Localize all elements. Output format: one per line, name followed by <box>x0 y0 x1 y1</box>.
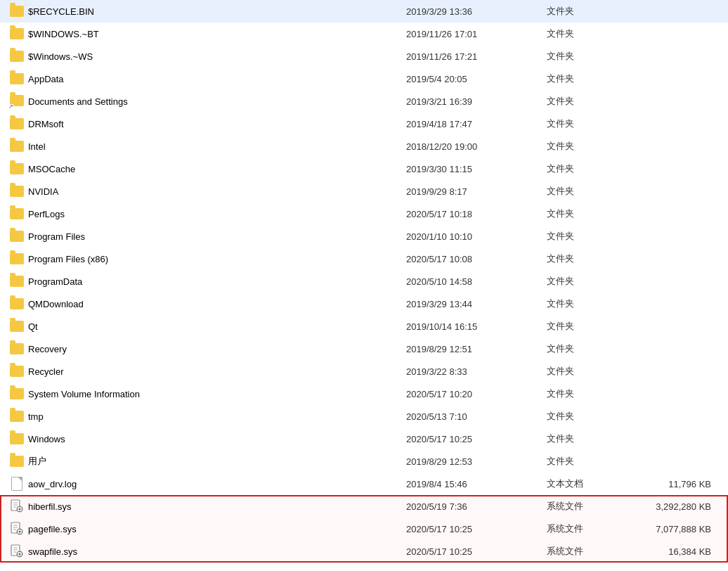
file-row[interactable]: Recovery2019/8/29 12:51文件夹 <box>0 338 728 360</box>
file-date: 2020/1/10 10:10 <box>406 231 547 242</box>
sys-icon <box>6 499 28 513</box>
file-name: Program Files (x86) <box>28 254 406 264</box>
file-type: 文件夹 <box>547 207 638 220</box>
file-row[interactable]: Recycler2019/3/22 8:33文件夹 <box>0 360 728 383</box>
file-type: 文本文档 <box>547 477 638 490</box>
file-row[interactable]: swapfile.sys2020/5/17 10:25系统文件16,384 KB <box>0 540 728 563</box>
svg-point-25 <box>19 553 21 556</box>
file-name: pagefile.sys <box>28 524 406 534</box>
file-row[interactable]: pagefile.sys2020/5/17 10:25系统文件7,077,888… <box>0 518 728 540</box>
file-type: 文件夹 <box>547 275 638 288</box>
folder-icon <box>6 51 28 62</box>
file-row[interactable]: AppData2019/5/4 20:05文件夹 <box>0 68 728 90</box>
file-type: 文件夹 <box>547 297 638 310</box>
file-name: AppData <box>28 74 406 84</box>
file-name: QMDownload <box>28 299 406 309</box>
file-row[interactable]: tmp2020/5/13 7:10文件夹 <box>0 405 728 428</box>
file-name: $Windows.~WS <box>28 51 406 62</box>
file-row[interactable]: 用户2019/8/29 12:53文件夹 <box>0 450 728 473</box>
file-row[interactable]: System Volume Information2020/5/17 10:20… <box>0 383 728 405</box>
file-type: 文件夹 <box>547 342 638 355</box>
file-name: Windows <box>28 434 406 444</box>
file-date: 2019/8/29 12:51 <box>406 344 547 354</box>
file-date: 2019/3/30 11:15 <box>406 164 547 174</box>
file-type: 文件夹 <box>547 455 638 468</box>
file-name: Intel <box>28 141 406 152</box>
file-size: 3,292,280 KB <box>638 501 722 512</box>
file-row[interactable]: Windows2020/5/17 10:25文件夹 <box>0 428 728 450</box>
file-list-container: $RECYCLE.BIN2019/3/29 13:36文件夹$WINDOWS.~… <box>0 0 728 563</box>
file-date: 2019/9/29 8:17 <box>406 186 547 197</box>
file-date: 2019/3/29 13:44 <box>406 299 547 309</box>
file-name: swapfile.sys <box>28 546 406 557</box>
file-row[interactable]: MSOCache2019/3/30 11:15文件夹 <box>0 158 728 180</box>
file-date: 2019/8/4 15:46 <box>406 479 547 489</box>
file-name: 用户 <box>28 455 406 468</box>
file-date: 2019/11/26 17:21 <box>406 51 547 62</box>
file-row[interactable]: Intel2018/12/20 19:00文件夹 <box>0 135 728 158</box>
file-date: 2019/5/4 20:05 <box>406 74 547 84</box>
svg-point-5 <box>19 508 21 511</box>
file-name: MSOCache <box>28 164 406 174</box>
file-type: 文件夹 <box>547 117 638 130</box>
file-name: tmp <box>28 411 406 422</box>
file-row[interactable]: aow_drv.log2019/8/4 15:46文本文档11,796 KB <box>0 473 728 495</box>
file-type: 文件夹 <box>547 410 638 423</box>
sys-file-icon <box>10 522 24 536</box>
file-date: 2019/10/14 16:15 <box>406 321 547 332</box>
folder-icon <box>6 276 28 287</box>
file-name: $RECYCLE.BIN <box>28 6 406 17</box>
folder-icon <box>6 141 28 152</box>
folder-icon: ↗ <box>6 95 28 108</box>
file-row[interactable]: $Windows.~WS2019/11/26 17:21文件夹 <box>0 45 728 68</box>
file-name: Recycler <box>28 366 406 377</box>
file-row[interactable]: ↗Documents and Settings2019/3/21 16:39文件… <box>0 90 728 113</box>
file-type: 文件夹 <box>547 5 638 18</box>
file-date: 2020/5/17 10:25 <box>406 546 547 557</box>
file-size: 7,077,888 KB <box>638 524 722 534</box>
svg-point-15 <box>19 531 21 533</box>
file-name: DRMsoft <box>28 119 406 129</box>
file-type: 文件夹 <box>547 140 638 153</box>
file-type: 文件夹 <box>547 252 638 265</box>
file-date: 2019/3/29 13:36 <box>406 6 547 17</box>
file-row[interactable]: Program Files2020/1/10 10:10文件夹 <box>0 225 728 248</box>
file-type: 文件夹 <box>547 365 638 378</box>
file-date: 2018/12/20 19:00 <box>406 141 547 152</box>
file-row[interactable]: DRMsoft2019/4/18 17:47文件夹 <box>0 113 728 135</box>
file-row[interactable]: NVIDIA2019/9/29 8:17文件夹 <box>0 180 728 203</box>
folder-icon <box>6 118 28 129</box>
file-row[interactable]: hiberfil.sys2020/5/19 7:36系统文件3,292,280 … <box>0 495 728 518</box>
file-row[interactable]: QMDownload2019/3/29 13:44文件夹 <box>0 293 728 315</box>
sys-icon <box>6 522 28 536</box>
file-type: 文件夹 <box>547 185 638 198</box>
file-type: 系统文件 <box>547 522 638 535</box>
folder-icon <box>6 6 28 17</box>
sys-file-icon <box>10 499 24 513</box>
file-type: 系统文件 <box>547 545 638 558</box>
file-row[interactable]: $WINDOWS.~BT2019/11/26 17:01文件夹 <box>0 23 728 45</box>
file-row[interactable]: Qt2019/10/14 16:15文件夹 <box>0 315 728 338</box>
folder-icon <box>6 231 28 242</box>
file-date: 2020/5/17 10:08 <box>406 254 547 264</box>
folder-icon <box>6 433 28 444</box>
file-row[interactable]: $RECYCLE.BIN2019/3/29 13:36文件夹 <box>0 0 728 23</box>
file-row[interactable]: ProgramData2020/5/10 14:58文件夹 <box>0 270 728 293</box>
file-row[interactable]: Program Files (x86)2020/5/17 10:08文件夹 <box>0 248 728 270</box>
file-type: 文件夹 <box>547 230 638 243</box>
file-date: 2020/5/17 10:18 <box>406 209 547 219</box>
file-size: 16,384 KB <box>638 546 722 557</box>
folder-icon <box>6 208 28 219</box>
folder-icon <box>6 28 28 39</box>
folder-icon <box>6 298 28 309</box>
folder-icon <box>6 73 28 84</box>
folder-icon <box>6 366 28 377</box>
file-date: 2020/5/19 7:36 <box>406 501 547 512</box>
folder-icon <box>6 253 28 264</box>
file-date: 2019/4/18 17:47 <box>406 119 547 129</box>
file-date: 2020/5/13 7:10 <box>406 411 547 422</box>
shortcut-folder-icon: ↗ <box>10 95 24 108</box>
file-row[interactable]: PerfLogs2020/5/17 10:18文件夹 <box>0 203 728 225</box>
file-type: 系统文件 <box>547 500 638 513</box>
file-type: 文件夹 <box>547 162 638 175</box>
